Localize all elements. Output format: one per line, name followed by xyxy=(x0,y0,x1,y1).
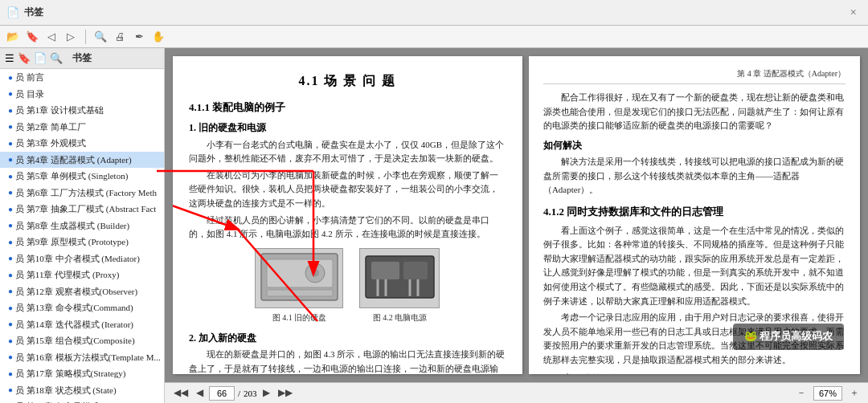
pdf-pages: 4.1 场 景 问 题 4.1.1 装配电脑的例子 1. 旧的硬盘和电源 小李有… xyxy=(165,48,868,382)
log-title: 1. 日志管理第一版 xyxy=(543,372,845,374)
toolbar-icon-bookmark-add[interactable]: 🔖 xyxy=(24,29,40,45)
sidebar-item-19[interactable]: ●员 第18章 状态模式 (State) xyxy=(0,382,164,399)
subsection2-title: 4.1.2 同时支持数据库和文件的日志管理 xyxy=(543,204,845,221)
window-icon: 📄 xyxy=(6,6,19,19)
sidebar-item-label-9: 员 第8章 生成器模式 (Builder) xyxy=(15,219,129,233)
toolbar-icon-open[interactable]: 📂 xyxy=(5,29,21,45)
nav-prev-button[interactable]: ◀ xyxy=(194,387,206,399)
sidebar-item-label-11: 员 第10章 中介者模式 (Mediator) xyxy=(15,252,140,266)
sidebar-icon-list: ☰ xyxy=(5,52,14,65)
toolbar-icon-select[interactable]: ✒ xyxy=(131,29,147,45)
page-navigation: ◀◀ ◀ / 203 ▶ ▶▶ xyxy=(171,386,295,401)
pdf-page-right: 第 4 章 适配器模式（Adapter） 配合工作得很好，现在又有了一个新的硬盘… xyxy=(529,56,860,374)
sidebar-item-label-3: 员 第2章 简单工厂 xyxy=(15,120,86,134)
sidebar-item-1[interactable]: ●员 目录 xyxy=(0,86,164,103)
solution-text: 解决方法是采用一个转接线类，转接线可以把电源的接口适配成为新的硬盘所需要的接口，… xyxy=(543,155,845,197)
sidebar-item-15[interactable]: ●员 第14章 迭代器模式 (Iterator) xyxy=(0,316,164,333)
sidebar-item-18[interactable]: ●员 第17章 策略模式(Strategy) xyxy=(0,365,164,382)
sidebar-item-icon-0: ● xyxy=(8,71,13,83)
sidebar-item-20[interactable]: ●员 第19章 备忘录模式 (Memento) xyxy=(0,398,164,403)
sidebar-item-icon-12: ● xyxy=(8,269,13,281)
sidebar-item-label-10: 员 第9章 原型模式 (Prototype) xyxy=(15,235,129,249)
sidebar-item-9[interactable]: ●员 第8章 生成器模式 (Builder) xyxy=(0,218,164,234)
sidebar-item-label-17: 员 第16章 模板方法模式(Template M... xyxy=(15,351,161,364)
figure2-caption: 图 4.2 电脑电源 xyxy=(373,311,428,324)
sidebar-item-icon-16: ● xyxy=(8,335,13,347)
svg-rect-7 xyxy=(403,262,428,279)
sidebar-item-7[interactable]: ●员 第6章 工厂方法模式 (Factory Meth xyxy=(0,185,164,202)
sub2-title: 2. 加入新的硬盘 xyxy=(189,331,506,346)
section-title: 4.1 场 景 问 题 xyxy=(189,71,506,92)
main-area: ☰ 🔖 📄 🔍 书签 ●员 前言●员 目录●员 第1章 设计模式基础●员 第2章… xyxy=(0,48,868,403)
sidebar-item-3[interactable]: ●员 第2章 简单工厂 xyxy=(0,119,164,136)
sidebar-item-8[interactable]: ●员 第7章 抽象工厂模式 (Abstract Fact xyxy=(0,201,164,218)
nav-next-button[interactable]: ▶ xyxy=(260,387,272,399)
sidebar-item-icon-14: ● xyxy=(8,302,13,314)
sidebar-item-label-2: 员 第1章 设计模式基础 xyxy=(15,104,104,117)
hdd-svg xyxy=(257,250,342,306)
sidebar-item-17[interactable]: ●员 第16章 模板方法模式(Template M... xyxy=(0,349,164,366)
sidebar-item-12[interactable]: ●员 第11章 代理模式 (Proxy) xyxy=(0,267,164,283)
toolbar-icon-print[interactable]: 🖨 xyxy=(112,29,128,45)
sub1-title: 1. 旧的硬盘和电源 xyxy=(189,120,506,136)
watermark-text: 程序员高级码农 xyxy=(760,330,833,342)
watermark: 🐸 程序员高级码农 xyxy=(733,324,844,350)
sidebar-icon-bookmark: 🔖 xyxy=(18,52,31,65)
chapter-header: 第 4 章 适配器模式（Adapter） xyxy=(543,67,845,84)
left-text2: 在装机公司为小李的电脑加装新硬盘的时候，小李也在旁观察，顺便了解一些硬件知识。很… xyxy=(189,169,506,211)
close-button[interactable]: × xyxy=(845,6,862,19)
sidebar-item-0[interactable]: ●员 前言 xyxy=(0,69,164,86)
sidebar-item-icon-11: ● xyxy=(8,252,13,264)
left-text4: 现在的新硬盘是并口的，如图 4.3 所示，电源的输出口无法直接连接到新的硬盘上了… xyxy=(189,348,506,374)
sidebar-icon-magnify: 🔍 xyxy=(50,52,63,65)
sidebar-item-icon-13: ● xyxy=(8,285,13,297)
sidebar-item-icon-3: ● xyxy=(8,120,13,132)
svg-point-3 xyxy=(311,269,319,277)
toolbar-icon-back[interactable]: ◁ xyxy=(43,29,59,45)
top-bar: 📄 书签 × xyxy=(0,0,868,26)
right-text1: 看上面这个例子，感觉这很简单，这是一个在生活中常见的情况，类似的例子很多。比如：… xyxy=(543,224,845,309)
figure1-caption: 图 4.1 旧的硬盘 xyxy=(272,311,327,324)
sidebar-item-label-8: 员 第7章 抽象工厂模式 (Abstract Fact xyxy=(15,202,156,216)
toolbar-icon-forward[interactable]: ▷ xyxy=(63,29,79,45)
zoom-in-button[interactable]: ＋ xyxy=(847,386,862,400)
sidebar-item-11[interactable]: ●员 第10章 中介者模式 (Mediator) xyxy=(0,250,164,267)
sidebar-item-icon-18: ● xyxy=(8,368,13,380)
sidebar-item-14[interactable]: ●员 第13章 命令模式(Command) xyxy=(0,299,164,316)
pdf-page-left: 4.1 场 景 问 题 4.1.1 装配电脑的例子 1. 旧的硬盘和电源 小李有… xyxy=(173,56,522,374)
toolbar-icon-hand[interactable]: ✋ xyxy=(150,29,166,45)
sidebar-item-label-7: 员 第6章 工厂方法模式 (Factory Meth xyxy=(15,186,157,200)
sidebar-item-label-18: 员 第17章 策略模式(Strategy) xyxy=(15,367,125,381)
sidebar-item-label-16: 员 第15章 组合模式(Composite) xyxy=(15,334,135,348)
right-intro-text: 配合工作得很好，现在又有了一个新的硬盘类，现在想让新的硬盘类和电源类也能合使用，… xyxy=(543,91,845,133)
sidebar-item-6[interactable]: ●员 第5章 单例模式 (Singleton) xyxy=(0,168,164,185)
nav-last-button[interactable]: ▶▶ xyxy=(276,387,295,399)
current-page-input[interactable] xyxy=(209,386,235,401)
sidebar-item-16[interactable]: ●员 第15章 组合模式(Composite) xyxy=(0,332,164,349)
total-pages: 203 xyxy=(244,389,257,398)
figure1-box: 图 4.1 旧的硬盘 xyxy=(255,248,343,324)
sidebar-item-label-14: 员 第13章 命令模式(Command) xyxy=(15,301,133,315)
sidebar-item-10[interactable]: ●员 第9章 原型模式 (Prototype) xyxy=(0,234,164,250)
svg-rect-6 xyxy=(371,262,399,279)
sidebar-item-icon-7: ● xyxy=(8,186,13,198)
figures-area: 图 4.1 旧的硬盘 xyxy=(189,248,506,324)
sidebar-item-icon-9: ● xyxy=(8,219,13,231)
nav-first-button[interactable]: ◀◀ xyxy=(171,387,190,399)
toolbar-icon-find[interactable]: 🔍 xyxy=(92,29,108,45)
sidebar-item-icon-2: ● xyxy=(8,104,13,116)
sidebar-item-label-19: 员 第18章 状态模式 (State) xyxy=(15,384,117,397)
bookmark-label: 书签 xyxy=(72,51,92,65)
figure1-image xyxy=(255,248,343,308)
sidebar-item-5[interactable]: ●员 第4章 适配器模式 (Adapter) xyxy=(0,152,164,169)
sidebar-list[interactable]: ●员 前言●员 目录●员 第1章 设计模式基础●员 第2章 简单工厂●员 第3章… xyxy=(0,69,164,403)
sidebar-item-13[interactable]: ●员 第12章 观察者模式(Observer) xyxy=(0,283,164,300)
sidebar: ☰ 🔖 📄 🔍 书签 ●员 前言●员 目录●员 第1章 设计模式基础●员 第2章… xyxy=(0,48,165,403)
sidebar-item-label-0: 员 前言 xyxy=(15,71,44,84)
sidebar-item-2[interactable]: ●员 第1章 设计模式基础 xyxy=(0,102,164,119)
sidebar-item-4[interactable]: ●员 第3章 外观模式 xyxy=(0,135,164,152)
bottom-bar: ◀◀ ◀ / 203 ▶ ▶▶ － ＋ xyxy=(165,382,868,403)
zoom-input[interactable] xyxy=(813,386,842,401)
zoom-out-button[interactable]: － xyxy=(794,386,809,400)
sidebar-item-icon-15: ● xyxy=(8,318,13,330)
